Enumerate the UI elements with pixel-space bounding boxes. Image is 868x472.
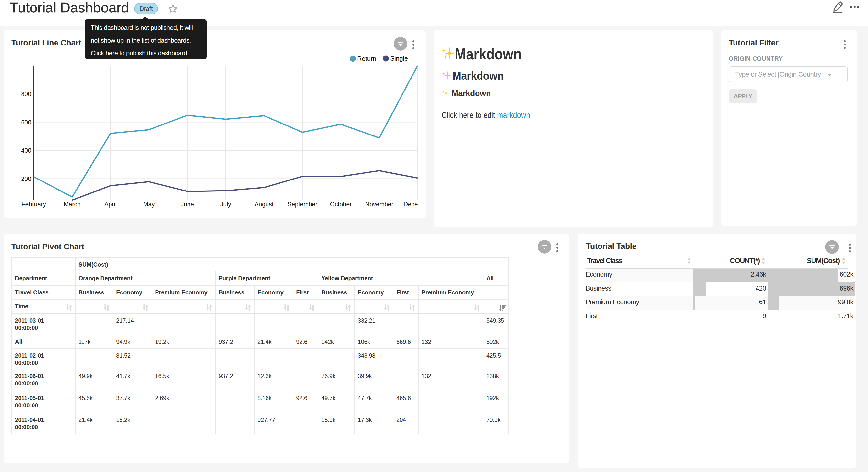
svg-text:October: October <box>330 201 352 208</box>
svg-text:200: 200 <box>21 175 31 182</box>
svg-text:December: December <box>403 201 426 208</box>
svg-text:July: July <box>220 201 231 208</box>
svg-text:400: 400 <box>21 147 31 154</box>
svg-text:600: 600 <box>21 119 31 126</box>
svg-text:May: May <box>143 201 155 208</box>
svg-text:Return: Return <box>357 55 376 62</box>
svg-text:Single: Single <box>390 55 408 62</box>
svg-text:November: November <box>365 201 393 208</box>
svg-text:April: April <box>104 201 117 208</box>
svg-text:800: 800 <box>21 90 31 97</box>
svg-text:September: September <box>287 201 317 208</box>
svg-text:June: June <box>181 201 194 208</box>
svg-text:August: August <box>254 201 274 208</box>
svg-text:February: February <box>22 201 46 208</box>
svg-text:March: March <box>64 201 81 208</box>
